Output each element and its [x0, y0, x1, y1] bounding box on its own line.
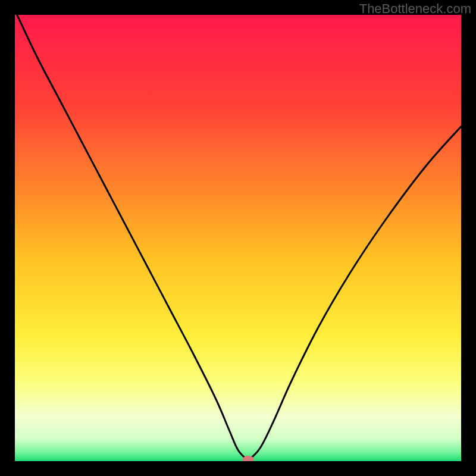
plot-area: [15, 15, 461, 461]
bottleneck-chart-svg: [15, 15, 461, 461]
chart-frame: TheBottleneck.com: [0, 0, 476, 476]
gradient-background: [15, 15, 461, 461]
